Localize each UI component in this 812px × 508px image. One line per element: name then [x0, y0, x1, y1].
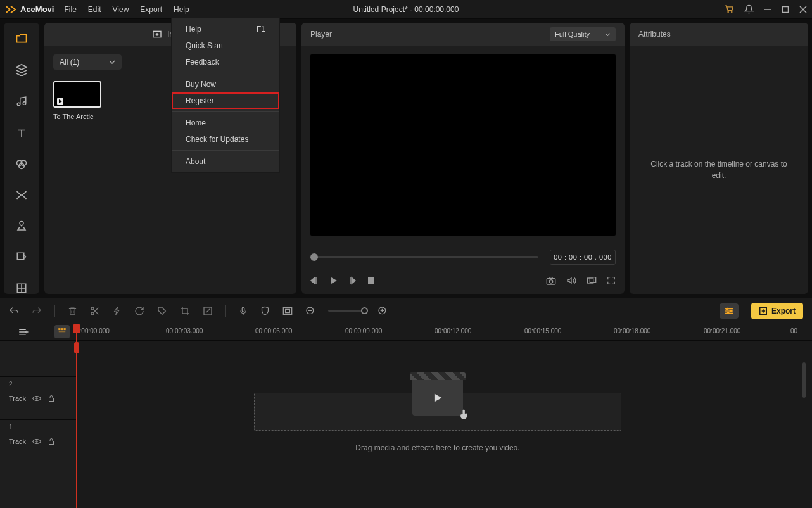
svg-rect-41	[49, 398, 54, 401]
zoom-slider[interactable]	[328, 310, 365, 312]
export-button[interactable]: Export	[751, 303, 803, 319]
speed-icon[interactable]	[113, 305, 122, 317]
animations-icon[interactable]	[15, 220, 28, 232]
dropzone-text: Drag media and effects here to create yo…	[355, 443, 519, 452]
attributes-panel: Attributes Click a track on the timeline…	[630, 23, 808, 294]
magnetic-icon[interactable]	[54, 325, 70, 338]
adjustments-button[interactable]	[720, 303, 739, 319]
menu-export[interactable]: Export	[140, 5, 162, 14]
minimize-icon[interactable]	[764, 6, 771, 13]
svg-rect-5	[17, 253, 24, 260]
help-item-help[interactable]: HelpF1	[172, 21, 279, 37]
zoom-in-icon[interactable]	[377, 306, 388, 316]
attributes-title: Attributes	[638, 30, 671, 39]
track-row-2[interactable]: 2 Track	[0, 376, 76, 419]
svg-rect-19	[283, 307, 291, 314]
playhead[interactable]	[76, 324, 77, 508]
help-item-register[interactable]: Register	[172, 92, 279, 109]
rotate-icon[interactable]	[134, 306, 144, 316]
media-clip[interactable]: To The Arctic	[53, 81, 101, 120]
crop-icon[interactable]	[180, 306, 190, 316]
undo-icon[interactable]	[9, 307, 19, 315]
compare-icon[interactable]	[587, 276, 597, 285]
split-icon[interactable]	[15, 282, 28, 294]
window-controls	[725, 4, 807, 14]
fullscreen-icon[interactable]	[607, 276, 616, 285]
svg-point-12	[549, 280, 552, 283]
play-icon	[432, 392, 443, 403]
media-filter-select[interactable]: All (1)	[53, 54, 122, 70]
help-dropdown: HelpF1 Quick Start Feedback Buy Now Regi…	[171, 18, 280, 173]
layers-icon[interactable]	[15, 63, 28, 76]
svg-point-40	[36, 397, 37, 398]
tag-icon[interactable]	[157, 306, 167, 316]
close-icon[interactable]	[799, 6, 807, 13]
player-title: Player	[310, 30, 332, 39]
seek-slider[interactable]	[310, 256, 538, 258]
prev-frame-icon[interactable]	[310, 276, 319, 285]
eye-icon[interactable]	[32, 395, 41, 402]
vertical-scrollbar[interactable]	[802, 362, 806, 398]
player-panel: Player Full Quality 00 : 00 : 00 . 000	[301, 23, 625, 294]
quality-select[interactable]: Full Quality	[550, 27, 616, 41]
audio-icon[interactable]	[15, 95, 28, 108]
cart-icon[interactable]	[725, 4, 734, 14]
svg-point-29	[726, 308, 728, 310]
stop-icon[interactable]	[367, 277, 375, 284]
svg-rect-38	[64, 329, 65, 330]
help-item-home[interactable]: Home	[172, 115, 279, 131]
eye-icon[interactable]	[32, 438, 41, 445]
transitions-icon[interactable]	[15, 189, 28, 201]
svg-rect-20	[286, 309, 290, 312]
export-icon	[759, 307, 768, 315]
menu-view[interactable]: View	[113, 5, 129, 14]
elements-icon[interactable]	[15, 251, 28, 263]
play-icon[interactable]	[329, 276, 338, 285]
redo-icon[interactable]	[32, 307, 42, 315]
volume-icon[interactable]	[566, 276, 576, 285]
menu-help[interactable]: Help	[174, 5, 189, 14]
bell-icon[interactable]	[744, 4, 754, 14]
timeline-menu-icon[interactable]	[18, 327, 29, 336]
svg-rect-1	[783, 6, 789, 12]
help-item-buynow[interactable]: Buy Now	[172, 76, 279, 92]
svg-rect-18	[242, 307, 244, 312]
help-item-feedback[interactable]: Feedback	[172, 54, 279, 70]
clapper-icon	[410, 372, 466, 380]
timeline: 0:00:00.000 00:00:03.000 00:00:06.000 00…	[0, 323, 812, 508]
edit-icon[interactable]	[203, 306, 213, 316]
timeline-dropzone[interactable]: Drag media and effects here to create yo…	[76, 365, 799, 508]
delete-icon[interactable]	[68, 306, 77, 316]
next-frame-icon[interactable]	[348, 276, 357, 285]
titlebar: AceMovi File Edit View Export Help Untit…	[0, 0, 812, 19]
play-badge-icon	[57, 98, 63, 105]
maximize-icon[interactable]	[782, 6, 789, 13]
lock-icon[interactable]	[48, 394, 55, 403]
shield-icon[interactable]	[260, 305, 270, 316]
mic-icon[interactable]	[239, 305, 248, 317]
time-display: 00 : 00 : 00 . 000	[550, 250, 616, 265]
aspect-icon[interactable]	[282, 307, 293, 315]
svg-rect-43	[49, 441, 54, 444]
attributes-placeholder: Click a track on the timeline or canvas …	[630, 46, 808, 294]
split-clip-icon[interactable]	[90, 306, 100, 316]
menu-file[interactable]: File	[64, 5, 76, 14]
time-ruler[interactable]: 0:00:00.000 00:00:03.000 00:00:06.000 00…	[76, 323, 799, 341]
text-icon[interactable]	[15, 127, 28, 139]
main-menu: File Edit View Export Help	[64, 5, 189, 14]
menu-edit[interactable]: Edit	[88, 5, 101, 14]
help-item-updates[interactable]: Check for Updates	[172, 131, 279, 148]
clip-name: To The Arctic	[53, 113, 101, 120]
timeline-toolbar: Export	[0, 298, 812, 323]
help-item-about[interactable]: About	[172, 153, 279, 170]
track-row-1[interactable]: 1 Track	[0, 419, 76, 462]
zoom-out-icon[interactable]	[305, 306, 315, 316]
svg-point-16	[91, 312, 94, 315]
help-item-quickstart[interactable]: Quick Start	[172, 37, 279, 54]
svg-rect-10	[368, 277, 374, 284]
snapshot-icon[interactable]	[546, 276, 556, 285]
filters-icon[interactable]	[15, 158, 28, 170]
media-library-icon[interactable]	[15, 32, 28, 44]
lock-icon[interactable]	[48, 437, 55, 446]
player-viewport[interactable]	[310, 54, 616, 236]
